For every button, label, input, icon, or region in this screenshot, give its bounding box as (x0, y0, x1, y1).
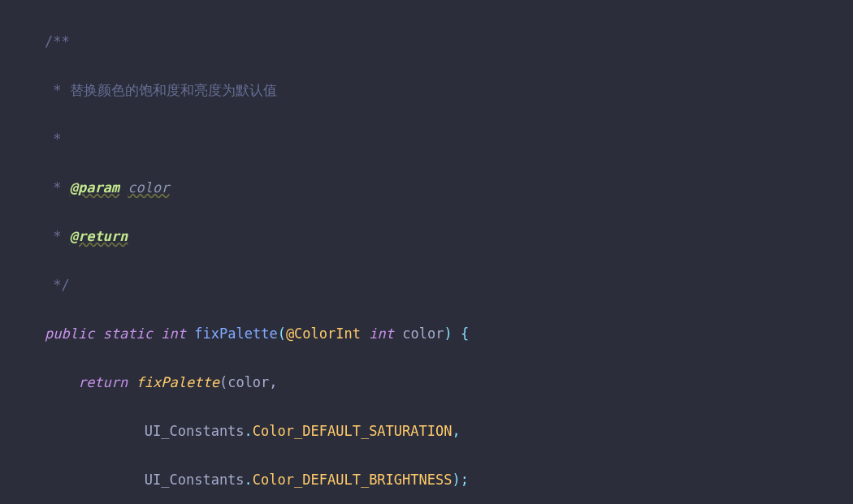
javadoc-param-tag: @param (70, 179, 119, 196)
code-line: * @param color (0, 175, 853, 200)
code-line: * (0, 127, 853, 151)
javadoc-description: 替换颜色的饱和度和亮度为默认值 (70, 82, 277, 98)
javadoc-return-tag: @return (70, 228, 128, 244)
constant: Color_DEFAULT_SATURATION (253, 423, 452, 439)
javadoc-end: */ (45, 277, 70, 293)
code-line: */ (0, 273, 853, 297)
code-line: * 替换颜色的饱和度和亮度为默认值 (0, 78, 853, 102)
code-editor[interactable]: /** * 替换颜色的饱和度和亮度为默认值 * * @param color *… (0, 0, 853, 504)
code-line: * @return (0, 224, 853, 248)
code-line: UI_Constants.Color_DEFAULT_BRIGHTNESS); (0, 467, 853, 492)
keyword-static: static (103, 325, 153, 342)
code-line: return fixPalette(color, (0, 370, 853, 394)
javadoc-param-name: color (128, 179, 169, 196)
class-ref: UI_Constants (145, 472, 245, 488)
code-line: UI_Constants.Color_DEFAULT_SATURATION, (0, 419, 853, 443)
javadoc-start: /** (45, 33, 70, 50)
annotation: @ColorInt (286, 325, 361, 342)
method-name: fixPalette (194, 325, 277, 342)
type-int: int (161, 325, 186, 342)
param-color: color (402, 325, 444, 342)
method-call: fixPalette (136, 374, 219, 390)
code-line: public static int fixPalette(@ColorInt i… (0, 321, 853, 346)
keyword-public: public (45, 325, 94, 342)
keyword-return: return (78, 374, 128, 390)
constant: Color_DEFAULT_BRIGHTNESS (253, 472, 452, 488)
class-ref: UI_Constants (145, 423, 245, 439)
code-line: /** (0, 29, 853, 54)
